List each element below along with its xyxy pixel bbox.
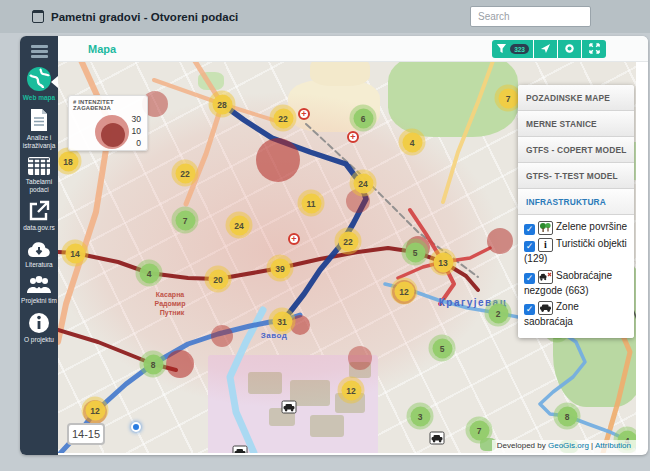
cluster-marker-yellow[interactable]: 4 [399, 129, 426, 156]
cluster-marker-yellow[interactable]: 22 [335, 228, 362, 255]
map-attribution: Developed by GeoGis.org | Attribution [492, 440, 636, 453]
cluster-marker-yellow[interactable]: 12 [82, 397, 109, 424]
cluster-marker-yellow[interactable]: 31 [269, 308, 296, 335]
cluster-count: 31 [272, 311, 292, 331]
cluster-count: 4 [402, 132, 422, 152]
accordion-section-gtfs-t-test-model[interactable]: GTFS- T-TEST MODEL [518, 163, 634, 189]
accordion-section-label: GTFS - COPERT MODEL [526, 144, 626, 155]
sidebar-item-label: Tabelarni podaci [21, 178, 57, 193]
accordion-section-pozadinske-mape[interactable]: POZADINSKE MAPE [518, 85, 634, 111]
place-label: Касарна [156, 291, 185, 298]
locate-button[interactable] [534, 40, 558, 58]
attribution-link[interactable]: Attribution [595, 441, 631, 450]
attribution-prefix: Developed by [497, 441, 548, 450]
medical-marker[interactable]: + [288, 233, 300, 245]
layer-item[interactable]: ✓Zone saobraćaja [524, 300, 630, 330]
cluster-marker-yellow[interactable]: 13 [430, 249, 457, 276]
search-input[interactable] [470, 6, 591, 27]
cluster-marker-yellow[interactable]: 11 [298, 190, 325, 217]
sidebar-item-label: Literatura [21, 261, 57, 269]
cluster-marker-green[interactable]: 2 [485, 300, 512, 327]
place-label: Путник [160, 309, 184, 316]
pollution-circle [487, 228, 513, 254]
cluster-marker-yellow[interactable]: 14 [62, 240, 89, 267]
accordion-section-gtfs-copert-model[interactable]: GTFS - COPERT MODEL [518, 137, 634, 163]
cluster-marker-green[interactable]: 8 [140, 351, 167, 378]
filter-button[interactable]: 323 [492, 40, 534, 58]
accordion-section-label: GTFS- T-TEST MODEL [526, 170, 618, 181]
sidebar-item-projektni-tim[interactable]: Projektni tim [20, 271, 58, 308]
cluster-marker-yellow[interactable]: 22 [172, 160, 199, 187]
cluster-marker-yellow[interactable]: 24 [226, 212, 253, 239]
layer-item[interactable]: ✓Saobraćajne nezgode (663) [524, 269, 630, 299]
legend-ticks: 30100 [132, 113, 141, 149]
cluster-marker-yellow[interactable]: 20 [205, 266, 232, 293]
sidebar-item-web-mapa[interactable]: Web mapa [20, 62, 58, 105]
svg-text:i: i [544, 239, 547, 250]
pollution-circle [166, 350, 194, 378]
expand-icon [589, 40, 600, 58]
menu-toggle-button[interactable] [31, 45, 48, 58]
traffic-zone-marker[interactable] [430, 432, 445, 445]
accordion-section-label: POZADINSKE MAPE [526, 92, 610, 103]
cluster-count: 20 [208, 269, 228, 289]
sidebar: Web mapaAnalize i istraživanjaTabelarni … [20, 36, 58, 455]
sidebar-item-o-projektu[interactable]: O projektu [20, 308, 58, 347]
medical-marker[interactable]: + [298, 108, 310, 120]
accordion-section-merne-stanice[interactable]: MERNE STANICE [518, 111, 634, 137]
medical-marker[interactable]: + [347, 131, 359, 143]
time-range-control[interactable]: 14-15 [67, 423, 105, 445]
place-label: Радомир [155, 300, 186, 307]
cluster-marker-green[interactable]: 5 [429, 335, 456, 362]
layer-checkbox[interactable]: ✓ [524, 241, 535, 252]
sidebar-item-tabelarni-podaci[interactable]: Tabelarni podaci [20, 152, 58, 196]
accordion-section-infrastruktura[interactable]: INFRASTRUKTURA [518, 189, 634, 215]
cluster-count: 12 [394, 281, 414, 301]
cluster-count: 14 [65, 243, 85, 263]
cluster-marker-yellow[interactable]: 28 [209, 91, 236, 118]
cluster-count: 22 [175, 163, 195, 183]
sidebar-nav: Web mapaAnalize i istraživanjaTabelarni … [20, 62, 58, 347]
cluster-count: 6 [353, 108, 373, 128]
map-canvas[interactable]: КрагујевацЗаводКасарнаРадомирПутник 2822… [58, 62, 636, 453]
cluster-count: 5 [432, 338, 452, 358]
layer-item[interactable]: ✓Zelene površine [524, 220, 630, 235]
traffic-zone-marker[interactable] [233, 446, 248, 454]
infobox-icon: i [538, 238, 553, 252]
cluster-marker-green[interactable]: 4 [136, 260, 163, 287]
layer-checkbox-list: ✓Zelene površine✓iTuristički objekti (12… [518, 215, 634, 338]
sidebar-item-data-gov-rs[interactable]: data.gov.rs [20, 196, 58, 235]
team-icon [21, 275, 57, 295]
legend-title: # INTENZITET ZAGAĐENJA [73, 99, 143, 111]
cluster-count: 5 [405, 242, 425, 262]
map-toolbar: 323 [492, 40, 606, 58]
sidebar-item-analize[interactable]: Analize i istraživanja [20, 104, 58, 152]
layer-checkbox[interactable]: ✓ [524, 224, 535, 235]
cluster-marker-yellow[interactable]: 24 [350, 170, 377, 197]
traffic-zone-marker[interactable] [282, 401, 297, 414]
globe-button[interactable] [558, 40, 582, 58]
cluster-marker-green[interactable]: 6 [350, 105, 377, 132]
sidebar-item-literatura[interactable]: Literatura [20, 235, 58, 272]
cluster-count: 12 [341, 380, 361, 400]
fullscreen-button[interactable] [582, 40, 606, 58]
cluster-marker-yellow[interactable]: 12 [338, 377, 365, 404]
cluster-marker-green[interactable]: 8 [554, 403, 581, 430]
cluster-marker-yellow[interactable]: 39 [267, 255, 294, 282]
cluster-marker-yellow[interactable]: 22 [270, 105, 297, 132]
cluster-count: 2 [488, 303, 508, 323]
layer-item[interactable]: ✓iTuristički objekti (129) [524, 237, 630, 267]
cluster-marker-green[interactable]: 5 [402, 239, 429, 266]
arrow-icon [540, 40, 551, 58]
car-icon [538, 301, 553, 315]
cluster-marker-yellow[interactable]: 12 [391, 278, 418, 305]
cluster-marker-green[interactable]: 3 [407, 403, 434, 430]
legend-circle-inner [101, 123, 125, 147]
cluster-marker-green[interactable]: 7 [466, 417, 493, 444]
layer-checkbox[interactable]: ✓ [524, 273, 535, 284]
cluster-marker-green[interactable]: 7 [172, 207, 199, 234]
geogis-link[interactable]: GeoGis.org [548, 441, 589, 450]
dot-icon [564, 40, 575, 58]
layer-checkbox[interactable]: ✓ [524, 304, 535, 315]
cluster-count: 4 [139, 263, 159, 283]
